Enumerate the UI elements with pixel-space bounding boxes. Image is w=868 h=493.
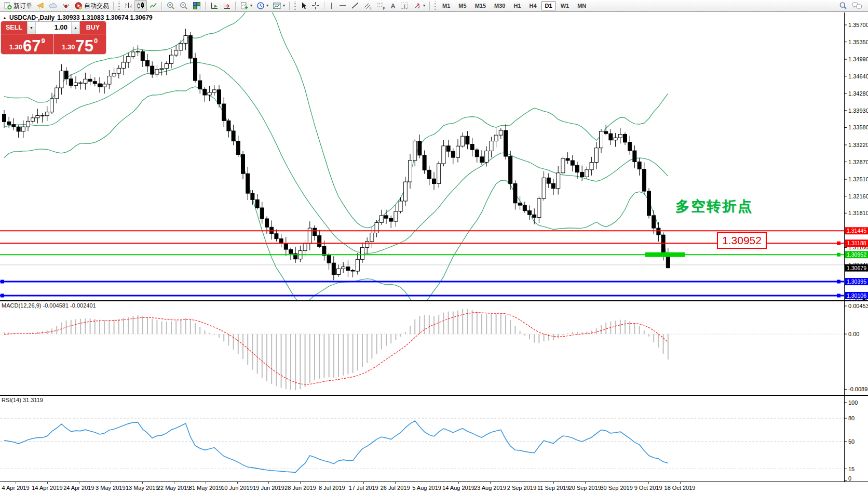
periods-button[interactable]: ▾ (254, 0, 270, 11)
sell-price-display[interactable]: 1.30 67 9 (1, 34, 53, 54)
buy-button[interactable]: BUY (80, 21, 106, 34)
search-icon[interactable] (839, 2, 848, 10)
main-chart-panel[interactable]: 1.357001.353501.349901.346401.342801.339… (0, 12, 868, 301)
sell-button[interactable]: SELL (1, 21, 27, 34)
date-axis-label: 10 Jun 2019 (221, 485, 253, 491)
price-axis-label: 1.32160 (848, 193, 868, 199)
vertical-line-tool-button[interactable] (327, 0, 336, 11)
channel-tool-button[interactable]: E (361, 0, 374, 11)
rsi-panel[interactable]: 1008050150 (0, 395, 868, 482)
templates-dropdown-caret[interactable]: ▾ (283, 4, 285, 8)
indicators-dropdown-caret[interactable]: ▾ (250, 4, 252, 8)
text-tool-button[interactable]: A (387, 0, 398, 11)
cursor-icon (300, 2, 307, 10)
timeframe-button-m1[interactable]: M1 (439, 1, 454, 10)
macd-axis-label: 0.00 (848, 331, 859, 337)
date-axis-label: 31 May 2019 (189, 485, 222, 491)
date-axis-label: 4 Apr 2019 (2, 485, 29, 491)
pivot-line-green-handle-right[interactable] (837, 253, 840, 257)
zoom-out-icon (180, 2, 188, 10)
timeframe-button-d1[interactable]: D1 (541, 1, 556, 10)
chat-icon[interactable] (852, 2, 862, 10)
timeframe-button-m30[interactable]: M30 (491, 1, 509, 10)
highlight-segment[interactable] (645, 252, 685, 257)
vertical-line-icon (329, 2, 334, 10)
timeframe-button-m15[interactable]: M15 (471, 1, 490, 10)
price-level-badge-text: 1.30952 (847, 251, 866, 258)
new-order-button[interactable]: 新订单 (2, 0, 34, 11)
trendline-tool-button[interactable] (349, 0, 361, 11)
macd-axis-label: -0.008928 (848, 386, 868, 392)
auto-scroll-button[interactable] (208, 0, 221, 11)
horizontal-line-icon (338, 2, 347, 10)
date-axis-label: 20 Sep 2019 (569, 485, 601, 491)
signals-button[interactable] (60, 0, 72, 11)
toolbar-grip[interactable] (435, 2, 436, 10)
line-chart-button[interactable] (147, 0, 159, 11)
macd-panel[interactable]: 0.0045330.00-0.008928 (0, 301, 868, 395)
chart-shift-button[interactable] (221, 0, 233, 11)
volume-input[interactable]: 1.00 (36, 22, 71, 34)
timeframe-button-h1[interactable]: H1 (510, 1, 524, 10)
macd-histogram (4, 309, 668, 390)
toolbar-separator (113, 2, 114, 10)
arrows-tool-button[interactable]: ▾ (411, 0, 427, 11)
date-axis-label: 3 May 2019 (96, 485, 125, 491)
cursor-tool-button[interactable] (298, 0, 309, 11)
rsi-name: RSI(14) (2, 397, 21, 403)
crosshair-tool-button[interactable] (309, 0, 322, 11)
date-axis-tick (553, 482, 554, 484)
price-axis-label: 1.35350 (848, 39, 868, 45)
toolbar-grip[interactable] (118, 2, 120, 10)
collapse-panel-icon[interactable]: ▲ (3, 16, 7, 20)
chart-symbol-period: USDCAD-,Daily (9, 14, 55, 21)
buy-price-display[interactable]: 1.30 75 0 (53, 34, 106, 54)
price-level-badge-text: 1.30395 (847, 278, 866, 285)
templates-button[interactable]: ▾ (270, 0, 287, 11)
timeframe-button-mn[interactable]: MN (574, 1, 590, 10)
indicators-button[interactable]: ▾ (238, 0, 254, 11)
zoom-out-button[interactable] (178, 0, 191, 11)
tile-windows-button[interactable] (191, 0, 203, 11)
candlestick-chart-button[interactable] (134, 0, 147, 11)
support-line-2-handle-right[interactable] (837, 294, 840, 297)
toolbar-grip[interactable] (294, 2, 296, 10)
alerts-button[interactable] (34, 0, 47, 11)
date-axis-label: 22 May 2019 (157, 485, 191, 491)
line-chart-icon (149, 2, 157, 10)
mt4-terminal: { "toolbar": { "new_order_label": "新订单",… (0, 0, 868, 493)
fibonacci-tool-button[interactable]: F (374, 0, 387, 11)
rsi-indicator-label: RSI(14) 31.3119 (2, 397, 43, 403)
date-axis-label: 17 Jul 2019 (349, 485, 378, 491)
svg-text:A: A (391, 3, 396, 10)
timeframe-button-w1[interactable]: W1 (557, 1, 573, 10)
zoom-in-button[interactable] (165, 0, 178, 11)
equidistant-channel-icon: E (363, 2, 372, 10)
arrows-dropdown-caret[interactable]: ▾ (423, 4, 425, 8)
text-label-tool-button[interactable]: T (398, 0, 411, 11)
price-annotation-box[interactable]: 1.30952 (717, 232, 767, 249)
horizontal-line-tool-button[interactable] (336, 0, 349, 11)
autotrading-label: 自动交易 (84, 2, 109, 10)
sell-price-sup: 9 (42, 37, 45, 44)
autotrading-button[interactable]: 自动交易 (72, 0, 111, 11)
new-order-icon (4, 2, 12, 10)
macd-signal-line (4, 313, 668, 384)
date-axis-tick (111, 482, 111, 484)
community-button[interactable] (47, 0, 60, 11)
bar-chart-button[interactable] (122, 0, 134, 11)
support-line-1-handle-right[interactable] (837, 280, 840, 284)
turning-point-annotation[interactable]: 多空转折点 (675, 197, 753, 216)
timeframe-button-h4[interactable]: H4 (526, 1, 540, 10)
timeframe-button-m5[interactable]: M5 (455, 1, 470, 10)
periods-dropdown-caret[interactable]: ▾ (266, 4, 268, 8)
volume-decrease-button[interactable]: ▼ (28, 22, 36, 34)
volume-increase-button[interactable]: ▲ (71, 22, 79, 34)
rsi-axis-label: 0 (848, 475, 851, 482)
date-axis-tick (206, 482, 206, 484)
support-line-2-handle-left[interactable] (1, 294, 4, 297)
indicators-icon (240, 2, 249, 10)
support-line-1-handle-left[interactable] (1, 280, 4, 284)
date-axis-tick (79, 482, 79, 484)
resistance-line-2-handle-right[interactable] (837, 242, 840, 245)
